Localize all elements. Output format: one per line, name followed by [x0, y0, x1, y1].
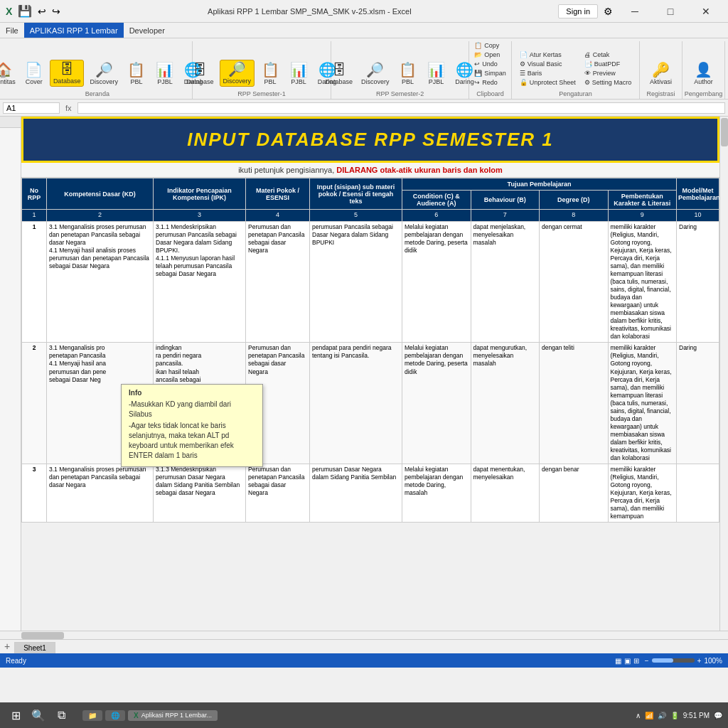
vertical-scrollbar[interactable]: [719, 117, 728, 631]
normal-view-btn[interactable]: ▦: [615, 657, 621, 665]
ribbon-btn-preview[interactable]: 👁 Preview: [582, 69, 635, 77]
edge-icon: 🌐: [111, 712, 119, 719]
ribbon-btn-simpan[interactable]: 💾 Simpan: [471, 69, 509, 77]
cell-ipk-3: 3.1.3 Mendeskripsikan perumusan Dasar Ne…: [154, 464, 246, 523]
col-header-char: Pembentukan Karakter & Literasi: [608, 191, 677, 210]
ribbon-btn-setting-macro[interactable]: ⚙ Setting Macro: [582, 78, 635, 87]
formula-input[interactable]: [77, 102, 725, 114]
ribbon-btn-undo[interactable]: ↩ Undo: [471, 60, 509, 68]
baris-label: Baris: [528, 70, 542, 77]
info-line-2: -Agar teks tidak loncat ke baris selanju…: [129, 421, 255, 461]
add-sheet-btn[interactable]: +: [0, 639, 14, 653]
excel-app-label: Aplikasi RPP 1 Lembar...: [141, 712, 212, 719]
battery-icon: 🔋: [670, 712, 679, 719]
ribbon-btn-discovery-b[interactable]: 🔎 Discovery: [87, 61, 121, 87]
cell-char-1: memiliki karakter (Religius, Mandiri, Go…: [608, 221, 677, 343]
simpan-label: Simpan: [484, 70, 506, 77]
menu-aplikasi[interactable]: APLIKASI RPP 1 Lembar: [24, 23, 124, 38]
taskview-btn[interactable]: ⧉: [51, 705, 71, 725]
redo-label: Redo: [482, 79, 498, 86]
registrasi-group-label: Registrasi: [646, 88, 675, 97]
name-box[interactable]: [3, 102, 60, 114]
unprotect-icon: 🔓: [520, 79, 528, 86]
database-s1-label: Database: [186, 78, 214, 85]
ribbon-btn-visual-basic[interactable]: ⚙ Visual Basic: [517, 60, 579, 68]
ribbon-btn-pbl-b[interactable]: 📋 PBL: [124, 61, 149, 87]
status-bar: Ready ▦ ▣ ⊞ − + 100%: [0, 653, 728, 668]
col-header-ipk: Indikator Pencapaian Kompetensi (IPK): [154, 178, 246, 210]
status-ready: Ready: [6, 657, 26, 665]
cover-label: Cover: [26, 78, 43, 85]
ribbon-btn-unprotect[interactable]: 🔓 Unprotect Sheet: [517, 78, 579, 87]
ribbon-btn-database-b[interactable]: 🗄 Database: [50, 60, 85, 87]
taskbar-excel[interactable]: X Aplikasi RPP 1 Lembar...: [128, 710, 218, 721]
ribbon-btn-baris[interactable]: ☰ Baris: [517, 69, 579, 77]
pbl-b-label: PBL: [130, 78, 142, 85]
ribbon-btn-pbl-s2[interactable]: 📋 PBL: [395, 61, 421, 87]
pjbl-s2-label: PJBL: [429, 78, 444, 85]
ribbon-btn-buatpdf[interactable]: 📑 BuatPDF: [582, 60, 635, 68]
visual-basic-label: Visual Basic: [528, 60, 562, 68]
identitas-label: Identitas: [0, 78, 16, 85]
notification-icon[interactable]: 💬: [714, 712, 722, 719]
cell-input-3: perumusan Dasar Negara dalam Sidang Pani…: [310, 464, 402, 523]
signin-button[interactable]: Sign in: [558, 4, 598, 18]
zoom-in-btn[interactable]: +: [697, 657, 702, 665]
quick-access-redo[interactable]: ↪: [52, 6, 60, 17]
ribbon-btn-author[interactable]: 👤 Author: [690, 61, 716, 87]
window-settings-icon[interactable]: ⚙: [601, 6, 616, 17]
undo-icon: ↩: [474, 60, 480, 68]
quick-access-save[interactable]: 💾: [18, 4, 32, 18]
cell-model-2: Daring: [677, 343, 719, 464]
database-b-label: Database: [53, 77, 81, 85]
ribbon-btn-discovery-s1[interactable]: 🔎 Discovery: [220, 60, 255, 87]
search-btn[interactable]: 🔍: [28, 705, 48, 725]
ribbon-btn-redo[interactable]: ↪ Redo: [471, 78, 509, 87]
ribbon-btn-identitas[interactable]: 🏠 Identitas: [0, 61, 18, 87]
system-tray-up[interactable]: ∧: [636, 712, 641, 719]
ribbon-btn-copy[interactable]: 📋 Copy: [471, 41, 509, 50]
file-mgr-icon: 📁: [88, 712, 97, 719]
ribbon-group-beranda: 🏠 Identitas 📄 Cover 🗄 Database 🔎 Discove…: [3, 41, 193, 99]
cell-no-3: 3: [22, 464, 47, 523]
taskbar-file-mgr[interactable]: 📁: [82, 710, 102, 721]
ribbon-btn-cover[interactable]: 📄 Cover: [21, 61, 47, 87]
ribbon-btn-cetak[interactable]: 🖨 Cetak: [582, 50, 635, 59]
database-b-icon: 🗄: [60, 62, 74, 76]
formula-bar: fx: [0, 100, 728, 117]
menu-developer[interactable]: Developer: [124, 23, 171, 38]
ribbon-btn-pjbl-s1[interactable]: 📊 PJBL: [286, 61, 311, 87]
close-button[interactable]: ✕: [690, 0, 722, 23]
setting-macro-label: Setting Macro: [592, 79, 632, 86]
ribbon-btn-pjbl-s2[interactable]: 📊 PJBL: [424, 61, 449, 87]
ribbon-btn-database-s1[interactable]: 🗄 Database: [183, 61, 217, 87]
start-btn[interactable]: ⊞: [6, 705, 26, 725]
quick-access-undo[interactable]: ↩: [38, 6, 46, 17]
ribbon-btn-aktivasi[interactable]: 🔑 Aktivasi: [647, 61, 675, 87]
ribbon-btn-discovery-s2[interactable]: 🔎 Discovery: [358, 61, 392, 87]
ribbon-btn-database-s2[interactable]: 🗄 Database: [323, 61, 356, 87]
sheet-tab-1[interactable]: Sheet1: [14, 642, 55, 653]
ribbon-btn-open[interactable]: 📂 Open: [471, 50, 509, 59]
col-header-deg: Degree (D): [540, 191, 609, 210]
ribbon-btn-atur-kertas[interactable]: 📄 Atur Kertas: [517, 50, 579, 59]
zoom-out-btn[interactable]: −: [645, 657, 649, 665]
ribbon-btn-pbl-s1[interactable]: 📋 PBL: [257, 61, 283, 87]
menu-file[interactable]: File: [0, 23, 24, 38]
page-break-btn[interactable]: ⊞: [633, 657, 639, 665]
zoom-level: 100%: [704, 657, 722, 665]
taskbar-edge[interactable]: 🌐: [105, 710, 125, 721]
discovery-b-icon: 🔎: [95, 63, 113, 77]
unprotect-label: Unprotect Sheet: [530, 79, 576, 86]
minimize-button[interactable]: ─: [619, 0, 651, 23]
aktivasi-icon: 🔑: [652, 63, 670, 77]
ribbon-btn-pjbl-b[interactable]: 📊 PJBL: [152, 61, 178, 87]
cell-char-3: memiliki karakter (Religius, Mandiri, Go…: [608, 464, 677, 523]
horizontal-scrollbar[interactable]: [0, 631, 728, 639]
page-layout-btn[interactable]: ▣: [624, 657, 631, 665]
cell-materi-1: Perumusan dan penetapan Pancasila sebaga…: [246, 221, 310, 343]
ribbon-group-pengaturan: 📄 Atur Kertas ⚙ Visual Basic ☰ Baris 🔓 U…: [512, 41, 640, 99]
col-header-kd: Kompetensi Dasar (KD): [47, 178, 154, 210]
zoom-slider[interactable]: [652, 658, 695, 663]
maximize-button[interactable]: □: [654, 0, 687, 23]
